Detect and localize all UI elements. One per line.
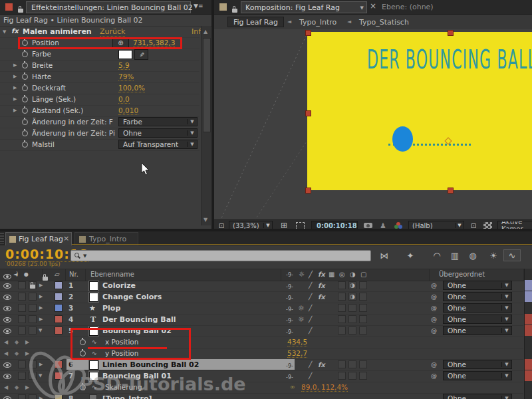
property-name[interactable]: Skalierung [105, 383, 142, 391]
effect-row-aenderung-pi[interactable]: Änderung in der Zeit: Pi Ohne ▼ [0, 128, 200, 140]
cube-3d-column-icon[interactable]: ▢ [360, 271, 366, 278]
pickwhip-icon[interactable]: @ [431, 315, 437, 324]
adjustment-toggle[interactable] [348, 372, 356, 380]
expand-icon[interactable]: ▶ [13, 74, 17, 79]
eye-icon[interactable] [3, 306, 11, 311]
track-bar[interactable] [525, 314, 532, 325]
property-value[interactable]: 0,010 [118, 106, 138, 115]
label-color[interactable] [55, 304, 63, 312]
stopwatch-icon[interactable] [22, 130, 28, 136]
hide-shy-layers-icon[interactable]: ◠ [429, 250, 445, 261]
effect-row-position[interactable]: Position ⊕ 731,5,382,3 [0, 37, 200, 49]
bouncing-ball[interactable] [392, 126, 413, 152]
property-value[interactable]: 434,5 [287, 338, 307, 346]
shy-icon[interactable]: -9- [286, 294, 293, 303]
shy-icon[interactable]: -9- [286, 373, 293, 382]
property-row-x-position[interactable]: ◀ ◆ ▶ ∿ x Position 434,5 [0, 336, 523, 348]
frame-blend-column-icon[interactable]: ▦ [329, 271, 334, 278]
layer-row-colorize[interactable]: ▶ 1 Colorize -9- ╱ fx ◑ @ Ohne▼ [0, 280, 523, 292]
property-value[interactable]: 0,0 [118, 95, 130, 104]
keyframe-diamond-icon[interactable]: ◆ [15, 384, 19, 390]
quality-icon[interactable]: ╱ [309, 293, 312, 301]
column-name[interactable]: Ebenenname [90, 271, 134, 278]
layer-row-typo-intro[interactable]: ▶ 8 [Typo_Intro] Ohne▼ [0, 393, 523, 399]
parent-dropdown[interactable]: Ohne▼ [443, 281, 512, 290]
fx-column-icon[interactable]: fx [318, 271, 325, 278]
keyframe-diamond-icon[interactable]: ◆ [15, 350, 19, 356]
expand-icon[interactable]: ▶ [39, 305, 43, 311]
shy-icon[interactable]: -9- [286, 317, 293, 325]
stopwatch-icon[interactable] [22, 40, 28, 46]
dropdown-aenderung-pi[interactable]: Ohne ▼ [118, 128, 198, 138]
label-color[interactable] [55, 281, 63, 289]
handle-mid-left[interactable] [305, 110, 311, 116]
track-bar[interactable] [525, 280, 532, 291]
handle-bottom-left[interactable] [305, 188, 311, 194]
lock-toggle[interactable] [29, 304, 37, 312]
cube-3d-toggle[interactable] [359, 304, 367, 312]
layer-name[interactable]: Linien Bouncing Ball 02 [102, 360, 199, 369]
shy-column-icon[interactable]: -9- [286, 272, 293, 278]
lock-toggle[interactable] [29, 360, 37, 368]
property-name[interactable]: x Position [105, 338, 138, 346]
frame-blending-icon[interactable]: ▥ [447, 250, 463, 261]
layer-name[interactable]: Der Bouncing Ball [102, 315, 176, 324]
adjustment-toggle[interactable] [348, 360, 356, 368]
fx-icon[interactable]: fx [318, 281, 325, 290]
tab-effect-settings[interactable]: Effekteinstellungen: Linien Bouncing Bal… [26, 1, 191, 13]
frame-blend-toggle[interactable] [338, 315, 346, 323]
keyframe-diamond-icon[interactable]: ◆ [15, 339, 19, 345]
lock-toggle[interactable] [29, 293, 37, 301]
expand-icon[interactable]: ▶ [13, 63, 17, 68]
lock-toggle[interactable] [29, 372, 37, 380]
cube-3d-toggle[interactable] [359, 281, 367, 289]
fx-icon[interactable]: fx [318, 293, 325, 301]
stopwatch-icon[interactable] [22, 108, 28, 114]
eye-icon[interactable] [3, 274, 11, 279]
layer-name[interactable]: Bouncing Ball 02 [102, 327, 172, 335]
effect-name[interactable]: Malen animieren [23, 27, 92, 36]
parent-dropdown[interactable]: Ohne▼ [443, 394, 512, 399]
expand-icon[interactable]: ▶ [13, 108, 17, 113]
effects-scrollbar[interactable]: ▲ ▼ [201, 26, 211, 225]
expand-icon[interactable]: ▼ [39, 328, 42, 333]
expand-icon[interactable]: ▶ [39, 294, 43, 299]
effect-row-abstand[interactable]: ▶ Abstand (Sek.) 0,010 [0, 105, 200, 117]
eye-icon[interactable] [3, 283, 11, 289]
property-row-skalierung[interactable]: ◀ ◆ ▶ ∿ Skalierung ∞ 89,0, 112,4% [0, 382, 523, 394]
property-value[interactable]: 5,9 [118, 61, 130, 70]
stopwatch-icon[interactable] [22, 85, 28, 91]
label-column-icon[interactable]: ▱ [55, 271, 60, 278]
pickwhip-icon[interactable]: @ [431, 327, 437, 335]
effect-row-laenge[interactable]: ▶ Länge (Sek.) 0,0 [0, 94, 200, 106]
collapse-arrow-icon[interactable]: ▼ [3, 29, 6, 35]
stopwatch-icon[interactable] [22, 63, 28, 68]
frame-blend-toggle[interactable] [338, 293, 346, 301]
adjustment-column-icon[interactable]: ◑ [350, 271, 356, 278]
keyframe-next-icon[interactable]: ▶ [25, 339, 29, 345]
audio-toggle[interactable] [18, 315, 26, 323]
label-color[interactable] [55, 315, 63, 323]
handle-top-left[interactable] [305, 30, 311, 36]
panel-grip[interactable] [0, 233, 4, 244]
nav-item[interactable]: Typo_Intro [299, 18, 336, 27]
brainstorm-icon[interactable]: ☀ [485, 250, 501, 261]
eye-icon[interactable] [3, 374, 11, 379]
keyframe-prev-icon[interactable]: ◀ [4, 384, 8, 390]
keyframe-next-icon[interactable]: ▶ [25, 384, 29, 390]
property-name[interactable]: y Position [105, 349, 138, 357]
nav-item-active[interactable]: Fig Leaf Rag [227, 17, 284, 27]
quality-icon[interactable]: ╱ [309, 281, 312, 290]
graph-editor-icon[interactable]: ∿ [503, 249, 521, 261]
parent-dropdown[interactable]: Ohne▼ [443, 303, 512, 313]
comp-canvas[interactable]: DER BOUNCING BALL [307, 32, 532, 190]
cube-3d-toggle[interactable] [359, 293, 367, 301]
pickwhip-icon[interactable]: @ [431, 281, 437, 290]
handle-bottom-center[interactable] [448, 188, 454, 194]
reset-link[interactable]: Zurück [100, 27, 125, 37]
effects-sun-icon[interactable]: ☼ [298, 315, 305, 324]
layer-row-plop[interactable]: ▶ 3 ★ Plop -9- ☼ ╱ @ Ohne▼ [0, 303, 523, 315]
adjustment-toggle[interactable] [348, 304, 356, 312]
audio-toggle[interactable] [18, 372, 26, 380]
expand-icon[interactable]: ▶ [39, 362, 43, 367]
